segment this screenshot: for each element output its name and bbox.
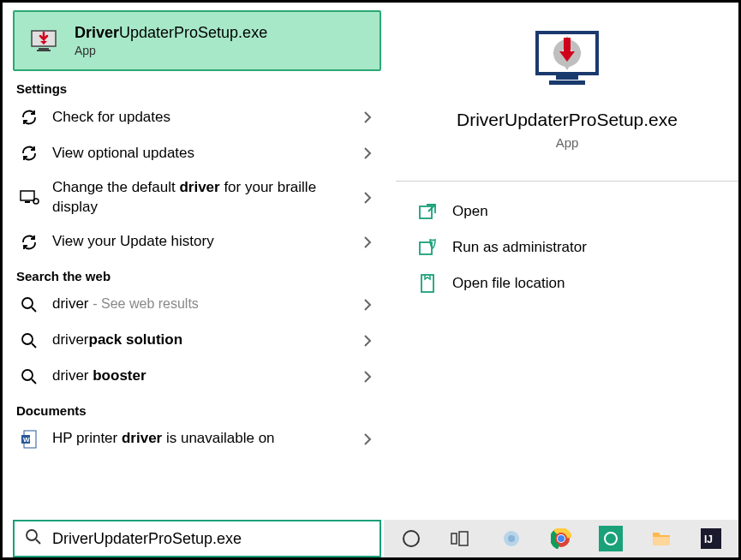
chevron-right-icon: [359, 235, 376, 249]
word-icon: W: [18, 428, 40, 450]
svg-text:W: W: [23, 436, 30, 444]
section-settings: Settings: [16, 81, 381, 96]
taskbar: IJ: [384, 520, 738, 557]
web-item-0[interactable]: driver - See web results: [13, 287, 381, 323]
svg-rect-21: [420, 206, 432, 218]
svg-rect-4: [25, 201, 30, 203]
svg-point-5: [33, 199, 39, 204]
open-icon: [418, 202, 437, 221]
app-icon: [28, 26, 59, 57]
section-documents: Documents: [16, 403, 381, 418]
svg-rect-28: [459, 532, 468, 545]
best-match-result[interactable]: DriverUpdaterProSetup.exe App: [13, 10, 381, 71]
file-explorer-icon[interactable]: [648, 526, 672, 551]
row-label: View optional updates: [52, 144, 347, 164]
divider: [396, 181, 738, 182]
chevron-right-icon: [359, 432, 376, 446]
search-icon: [18, 330, 40, 352]
chevron-right-icon: [359, 298, 376, 312]
row-label: driverpack solution: [52, 331, 347, 350]
search-icon: [25, 528, 42, 549]
svg-rect-20: [564, 38, 571, 53]
svg-line-11: [32, 379, 36, 384]
shield-icon: [418, 238, 437, 257]
search-icon: [18, 294, 40, 316]
action-open[interactable]: Open: [396, 194, 738, 229]
chevron-right-icon: [359, 370, 376, 384]
web-item-1[interactable]: driverpack solution: [13, 323, 381, 359]
svg-rect-1: [39, 48, 49, 50]
search-bar[interactable]: [13, 520, 381, 557]
svg-rect-2: [37, 50, 51, 51]
svg-point-10: [22, 370, 33, 380]
refresh-icon: [18, 142, 40, 164]
results-pane: DriverUpdaterProSetup.exe App Settings C…: [13, 10, 381, 515]
taskbar-app-active[interactable]: [599, 526, 623, 551]
chevron-right-icon: [359, 146, 376, 160]
svg-line-7: [32, 307, 36, 312]
action-open-file-location[interactable]: Open file location: [396, 265, 738, 301]
svg-point-8: [22, 334, 33, 344]
preview-subtitle: App: [396, 135, 738, 150]
svg-point-6: [22, 298, 33, 308]
row-label: HP printer driver is unavailable on: [52, 429, 347, 449]
row-label: Check for updates: [52, 108, 347, 128]
chevron-right-icon: [359, 110, 376, 124]
action-label: Open: [452, 203, 488, 220]
search-input[interactable]: [52, 530, 369, 548]
chevron-right-icon: [359, 191, 376, 205]
best-match-text: DriverUpdaterProSetup.exe App: [75, 24, 267, 57]
task-view-icon[interactable]: [449, 526, 473, 551]
svg-rect-27: [451, 533, 457, 544]
row-label: driver - See web results: [52, 295, 347, 314]
row-label: Change the default driver for your brail…: [52, 178, 347, 217]
folder-icon: [418, 274, 437, 293]
svg-point-36: [605, 533, 617, 545]
row-label: driver booster: [52, 366, 347, 386]
intellij-icon[interactable]: IJ: [699, 526, 723, 551]
best-match-title-rest: UpdaterProSetup.exe: [119, 24, 267, 41]
cortana-icon[interactable]: [399, 526, 423, 551]
refresh-icon: [18, 106, 40, 128]
svg-point-35: [558, 535, 565, 542]
taskbar-app-1[interactable]: [499, 526, 523, 551]
settings-item-3[interactable]: View your Update history: [13, 224, 381, 260]
search-icon: [18, 366, 40, 388]
action-label: Open file location: [452, 275, 565, 292]
best-match-subtitle: App: [75, 44, 267, 57]
preview-title: DriverUpdaterProSetup.exe: [396, 110, 738, 130]
svg-rect-3: [21, 191, 34, 200]
preview-pane: DriverUpdaterProSetup.exe App OpenRun as…: [396, 10, 738, 515]
svg-point-26: [403, 531, 419, 546]
doc-item-0[interactable]: WHP printer driver is unavailable on: [13, 421, 381, 457]
web-item-2[interactable]: driver booster: [13, 359, 381, 395]
svg-rect-16: [556, 75, 578, 80]
preview-app-icon: [529, 26, 606, 94]
svg-point-24: [27, 530, 37, 540]
row-label: View your Update history: [52, 232, 347, 252]
chevron-right-icon: [359, 334, 376, 348]
action-label: Run as administrator: [452, 239, 587, 256]
action-run-as-administrator[interactable]: Run as administrator: [396, 229, 738, 265]
settings-item-2[interactable]: Change the default driver for your brail…: [13, 171, 381, 224]
refresh-icon: [18, 231, 40, 253]
settings-item-0[interactable]: Check for updates: [13, 99, 381, 135]
svg-text:IJ: IJ: [704, 533, 713, 545]
svg-line-9: [32, 343, 36, 348]
best-match-title-bold: Driver: [75, 24, 119, 41]
display-icon: [18, 187, 40, 209]
settings-item-1[interactable]: View optional updates: [13, 135, 381, 171]
section-web: Search the web: [16, 269, 381, 283]
chrome-icon[interactable]: [549, 526, 573, 551]
svg-point-30: [508, 535, 515, 542]
svg-rect-17: [549, 80, 585, 85]
svg-rect-37: [653, 537, 670, 545]
svg-line-25: [36, 539, 40, 544]
